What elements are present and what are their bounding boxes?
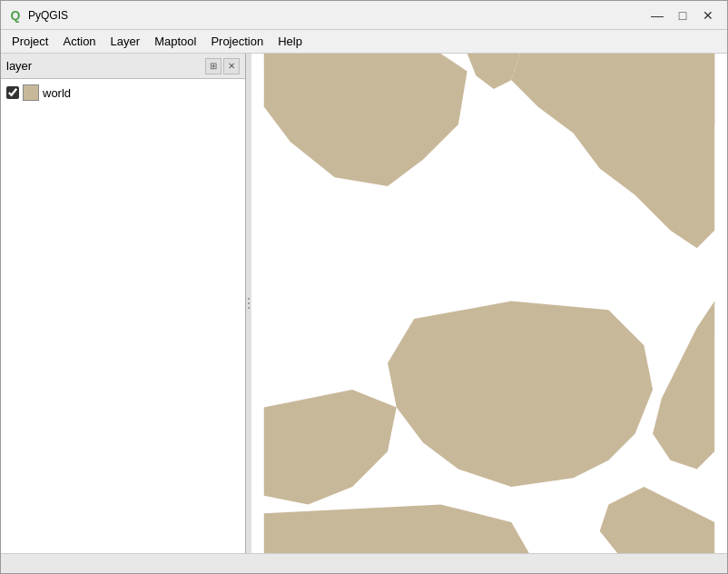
layer-color-swatch[interactable]	[23, 84, 39, 101]
layer-name: world	[43, 86, 71, 100]
main-area: layer ⊞ ✕ world	[1, 54, 727, 553]
menu-layer[interactable]: Layer	[103, 32, 148, 51]
layer-panel: layer ⊞ ✕ world	[1, 54, 246, 553]
panel-icon-1[interactable]: ⊞	[205, 58, 221, 74]
map-canvas[interactable]	[251, 54, 727, 553]
layer-visibility-checkbox[interactable]	[6, 86, 19, 99]
window-title: PyQGIS	[28, 9, 645, 22]
panel-header-icons: ⊞ ✕	[205, 58, 240, 74]
layer-item-world: world	[5, 83, 241, 103]
panel-title: layer	[6, 59, 32, 73]
layer-list: world	[1, 79, 245, 553]
menu-help[interactable]: Help	[271, 32, 310, 51]
app-icon: Q	[8, 8, 23, 23]
maximize-button[interactable]: □	[671, 5, 694, 25]
resize-dots	[248, 298, 250, 309]
menu-action[interactable]: Action	[55, 32, 103, 51]
main-window: Q PyQGIS — □ ✕ Project Action Layer Mapt…	[0, 0, 728, 574]
map-svg	[251, 54, 727, 553]
minimize-button[interactable]: —	[645, 5, 669, 25]
menu-project[interactable]: Project	[5, 32, 55, 51]
resize-dot	[248, 298, 250, 300]
title-bar: Q PyQGIS — □ ✕	[1, 1, 727, 30]
panel-header: layer ⊞ ✕	[1, 54, 245, 79]
status-bar	[1, 553, 727, 573]
panel-icon-2[interactable]: ✕	[223, 58, 240, 74]
menu-projection[interactable]: Projection	[203, 32, 271, 51]
resize-dot	[248, 302, 250, 304]
window-controls: — □ ✕	[645, 5, 720, 25]
menu-bar: Project Action Layer Maptool Projection …	[1, 30, 727, 54]
resize-dot	[248, 307, 250, 309]
menu-maptool[interactable]: Maptool	[147, 32, 203, 51]
close-button[interactable]: ✕	[696, 5, 720, 25]
